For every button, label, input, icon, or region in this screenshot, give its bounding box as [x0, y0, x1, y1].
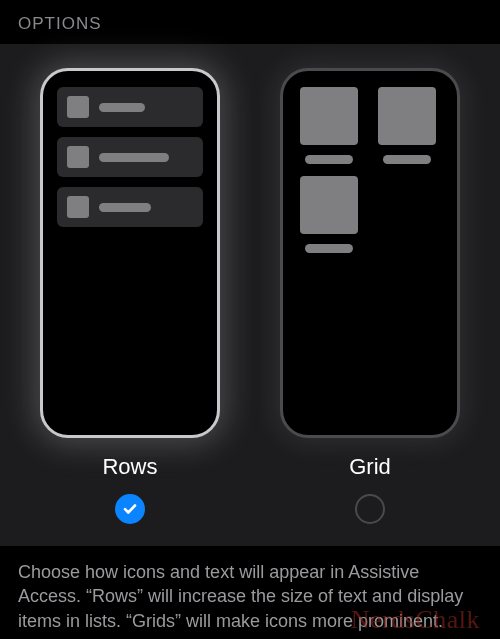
options-panel: Rows [0, 44, 500, 546]
option-rows-radio[interactable] [115, 494, 145, 524]
preview-row [57, 187, 203, 227]
preview-row-label [99, 153, 169, 162]
section-header: OPTIONS [0, 0, 500, 44]
preview-grid-item [297, 176, 361, 253]
rows-preview-frame [40, 68, 220, 438]
preview-row-icon [67, 146, 89, 168]
grid-preview-frame [280, 68, 460, 438]
preview-grid-label [305, 155, 353, 164]
preview-grid-label [383, 155, 431, 164]
option-rows-label: Rows [102, 454, 157, 480]
preview-grid-icon [300, 176, 358, 234]
option-grid-label: Grid [349, 454, 391, 480]
grid-wrap [297, 87, 443, 253]
preview-row [57, 137, 203, 177]
preview-grid-item [375, 87, 439, 164]
preview-grid-icon [300, 87, 358, 145]
option-grid[interactable]: Grid [270, 68, 470, 524]
preview-row [57, 87, 203, 127]
option-rows[interactable]: Rows [30, 68, 230, 524]
checkmark-icon [122, 501, 138, 517]
preview-row-label [99, 203, 151, 212]
options-row: Rows [20, 68, 480, 524]
preview-row-icon [67, 96, 89, 118]
preview-row-icon [67, 196, 89, 218]
preview-grid-label [305, 244, 353, 253]
footer-text: Choose how icons and text will appear in… [18, 562, 463, 631]
preview-grid-icon [378, 87, 436, 145]
preview-row-label [99, 103, 145, 112]
option-grid-radio[interactable] [355, 494, 385, 524]
preview-grid-item [297, 87, 361, 164]
section-footer: Choose how icons and text will appear in… [0, 546, 500, 639]
